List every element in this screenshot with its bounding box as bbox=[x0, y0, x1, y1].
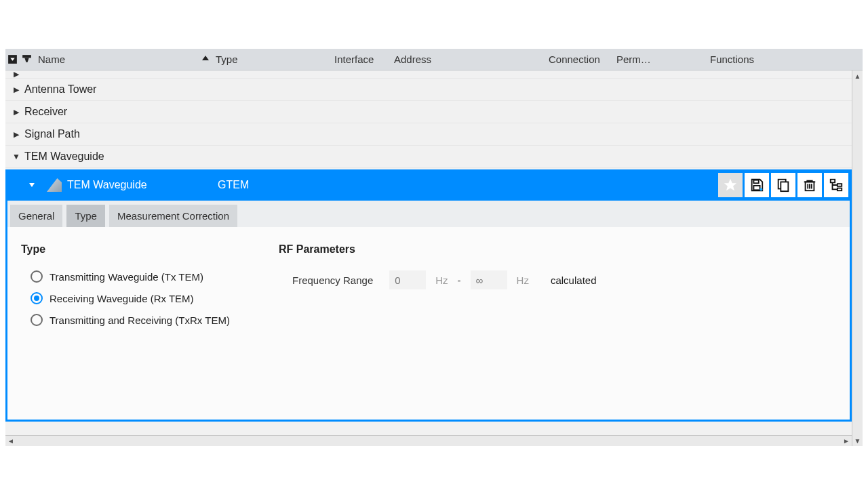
waveguide-icon bbox=[47, 178, 62, 192]
freq-dash: - bbox=[458, 274, 461, 286]
collapse-icon[interactable]: ▼ bbox=[8, 152, 24, 161]
column-interface[interactable]: Interface bbox=[334, 54, 394, 65]
radio-label: Transmitting Waveguide (Tx TEM) bbox=[50, 271, 203, 283]
tab-measurement-correction[interactable]: Measurement Correction bbox=[109, 205, 237, 227]
radio-txrx[interactable]: Transmitting and Receiving (TxRx TEM) bbox=[21, 314, 279, 326]
tree-row[interactable]: ▼ TEM Waveguide bbox=[5, 146, 852, 168]
tree-row[interactable]: ▶ bbox=[5, 70, 852, 79]
save-button[interactable] bbox=[745, 173, 769, 197]
radio-icon[interactable] bbox=[31, 292, 43, 304]
vertical-scrollbar[interactable]: ▲ ▼ bbox=[852, 70, 863, 446]
expand-icon[interactable]: ▶ bbox=[8, 70, 24, 79]
freq-from-input[interactable] bbox=[389, 270, 426, 289]
svg-rect-6 bbox=[753, 180, 758, 184]
favorite-button[interactable] bbox=[718, 173, 743, 197]
sort-icon[interactable] bbox=[195, 54, 216, 65]
selected-row-type: GTEM bbox=[218, 179, 249, 191]
tree-row-label: TEM Waveguide bbox=[24, 150, 104, 163]
svg-rect-12 bbox=[831, 180, 835, 183]
svg-rect-13 bbox=[837, 184, 842, 186]
column-connection[interactable]: Connection bbox=[549, 54, 616, 65]
freq-calculated: calculated bbox=[551, 274, 597, 286]
expand-icon[interactable]: ▶ bbox=[8, 130, 24, 139]
tab-strip: General Type Measurement Correction bbox=[7, 201, 850, 227]
copy-button[interactable] bbox=[771, 173, 795, 197]
dropdown-icon[interactable] bbox=[5, 54, 20, 65]
tab-type[interactable]: Type bbox=[66, 205, 105, 227]
tree-row[interactable]: ▶ Signal Path bbox=[5, 123, 852, 146]
radio-tx[interactable]: Transmitting Waveguide (Tx TEM) bbox=[21, 270, 279, 283]
svg-rect-7 bbox=[753, 186, 760, 190]
tree-row-label: Receiver bbox=[24, 106, 67, 118]
scroll-up-icon[interactable]: ▲ bbox=[852, 70, 863, 81]
radio-icon[interactable] bbox=[31, 270, 43, 283]
freq-from-unit: Hz bbox=[435, 274, 448, 286]
svg-point-8 bbox=[760, 188, 762, 190]
filter-icon[interactable] bbox=[20, 54, 34, 65]
structure-button[interactable] bbox=[824, 173, 848, 197]
selected-row[interactable]: TEM Waveguide GTEM bbox=[5, 169, 852, 201]
freq-to-unit: Hz bbox=[517, 274, 529, 286]
tree-row[interactable]: ▶ Receiver bbox=[5, 101, 852, 123]
radio-icon[interactable] bbox=[31, 314, 43, 326]
svg-marker-3 bbox=[202, 56, 209, 60]
svg-marker-2 bbox=[24, 58, 28, 62]
column-perm[interactable]: Perm… bbox=[616, 54, 710, 65]
scroll-left-icon[interactable]: ◄ bbox=[5, 437, 16, 445]
tab-general[interactable]: General bbox=[10, 205, 62, 227]
column-functions[interactable]: Functions bbox=[710, 54, 863, 65]
freq-to-input[interactable] bbox=[471, 270, 507, 289]
expand-icon[interactable]: ▶ bbox=[8, 108, 24, 117]
column-header: Name Type Interface Address Connection P… bbox=[5, 49, 863, 70]
svg-rect-10 bbox=[781, 182, 788, 191]
radio-label: Transmitting and Receiving (TxRx TEM) bbox=[50, 314, 230, 326]
selected-row-name: TEM Waveguide bbox=[67, 179, 218, 191]
radio-label: Receiving Waveguide (Rx TEM) bbox=[50, 293, 194, 304]
horizontal-scrollbar[interactable]: ◄ ► bbox=[5, 435, 852, 446]
radio-rx[interactable]: Receiving Waveguide (Rx TEM) bbox=[21, 292, 279, 304]
svg-rect-14 bbox=[837, 188, 842, 191]
delete-button[interactable] bbox=[797, 173, 822, 197]
column-name[interactable]: Name bbox=[38, 54, 195, 65]
rf-heading: RF Parameters bbox=[279, 243, 836, 256]
scroll-down-icon[interactable]: ▼ bbox=[852, 435, 863, 446]
collapse-icon[interactable] bbox=[24, 181, 40, 189]
expand-icon[interactable]: ▶ bbox=[8, 85, 24, 94]
detail-panel: General Type Measurement Correction Type… bbox=[5, 201, 852, 422]
svg-marker-4 bbox=[29, 183, 35, 187]
tree-row-label: Signal Path bbox=[24, 128, 80, 140]
column-address[interactable]: Address bbox=[394, 54, 549, 65]
scroll-right-icon[interactable]: ► bbox=[841, 437, 852, 445]
svg-marker-5 bbox=[724, 179, 736, 190]
type-heading: Type bbox=[21, 243, 279, 256]
tree-row-label: Antenna Tower bbox=[24, 83, 96, 96]
freq-range-label: Frequency Range bbox=[292, 274, 373, 286]
column-type[interactable]: Type bbox=[216, 54, 334, 65]
tree-row[interactable]: ▶ Antenna Tower bbox=[5, 79, 852, 101]
